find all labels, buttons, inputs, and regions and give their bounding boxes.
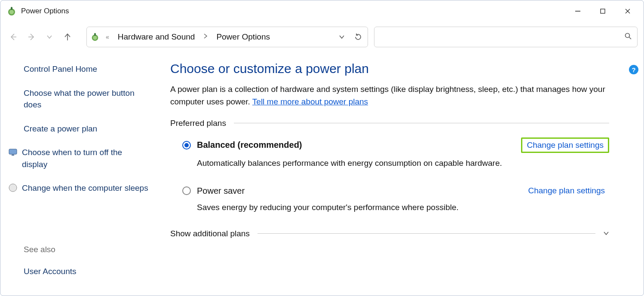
- page-description: A power plan is a collection of hardware…: [170, 83, 609, 108]
- plan-power-saver: Power saver Change plan settings Saves e…: [170, 184, 609, 214]
- sidebar-link-power-button[interactable]: Choose what the power button does: [24, 87, 149, 111]
- sidebar-link-sleep[interactable]: Change when the computer sleeps: [22, 182, 148, 194]
- learn-more-link[interactable]: Tell me more about power plans: [252, 97, 368, 106]
- svg-rect-15: [9, 149, 17, 154]
- chevron-right-icon: [202, 33, 209, 41]
- breadcrumb-hardware-sound[interactable]: Hardware and Sound: [115, 31, 198, 43]
- radio-power-saver[interactable]: [182, 186, 191, 195]
- plan-name-balanced[interactable]: Balanced (recommended): [197, 140, 302, 150]
- search-box[interactable]: [374, 27, 638, 47]
- recent-dropdown[interactable]: [43, 30, 56, 44]
- moon-icon: [8, 183, 18, 192]
- see-also-heading: See also: [24, 245, 149, 254]
- sidebar-link-display-off[interactable]: Choose when to turn off the display: [22, 146, 149, 170]
- svg-rect-11: [94, 33, 96, 36]
- search-icon[interactable]: [624, 32, 632, 42]
- additional-plans-heading[interactable]: Show additional plans: [170, 229, 609, 238]
- title-bar: Power Options: [0, 0, 644, 22]
- minimize-button[interactable]: [565, 3, 590, 20]
- svg-point-17: [9, 184, 17, 192]
- preferred-plans-label: Preferred plans: [170, 119, 226, 128]
- svg-rect-4: [601, 9, 605, 13]
- svg-point-12: [93, 36, 97, 40]
- navigation-row: « Hardware and Sound Power Options: [0, 22, 644, 52]
- sidebar-link-user-accounts[interactable]: User Accounts: [24, 265, 149, 278]
- change-settings-power-saver[interactable]: Change plan settings: [524, 184, 609, 197]
- power-options-icon: [90, 32, 100, 42]
- search-input[interactable]: [380, 33, 624, 42]
- chevron-down-icon[interactable]: [603, 229, 609, 238]
- refresh-icon[interactable]: [352, 31, 364, 43]
- preferred-plans-heading: Preferred plans: [170, 119, 609, 128]
- svg-line-14: [629, 37, 632, 40]
- sidebar-link-create-plan[interactable]: Create a power plan: [24, 123, 149, 135]
- plan-desc-power-saver: Saves energy by reducing your computer's…: [182, 201, 609, 214]
- svg-rect-16: [12, 155, 14, 156]
- plan-balanced: Balanced (recommended) Change plan setti…: [170, 137, 609, 169]
- back-button[interactable]: [6, 30, 20, 44]
- description-text: A power plan is a collection of hardware…: [170, 85, 605, 106]
- breadcrumb-overflow-icon[interactable]: «: [104, 34, 111, 40]
- page-heading: Choose or customize a power plan: [170, 61, 609, 76]
- svg-point-2: [9, 10, 14, 14]
- power-options-icon: [6, 6, 17, 16]
- display-icon: [8, 147, 18, 157]
- radio-balanced[interactable]: [182, 141, 191, 150]
- change-settings-balanced[interactable]: Change plan settings: [521, 137, 609, 153]
- svg-point-13: [626, 34, 630, 38]
- up-button[interactable]: [61, 30, 74, 44]
- plan-name-power-saver[interactable]: Power saver: [197, 186, 245, 196]
- main-content: Choose or customize a power plan A power…: [162, 57, 644, 296]
- svg-rect-1: [11, 7, 12, 10]
- address-dropdown-icon[interactable]: [336, 31, 348, 43]
- plan-desc-balanced: Automatically balances performance with …: [182, 157, 609, 169]
- help-button[interactable]: ?: [629, 65, 638, 74]
- forward-button[interactable]: [25, 30, 38, 44]
- sidebar-link-control-panel-home[interactable]: Control Panel Home: [24, 63, 149, 75]
- additional-plans-label: Show additional plans: [170, 229, 250, 238]
- close-button[interactable]: [615, 3, 640, 20]
- sidebar: Control Panel Home Choose what the power…: [0, 57, 162, 296]
- window-title: Power Options: [21, 7, 69, 15]
- breadcrumb-power-options[interactable]: Power Options: [214, 31, 273, 43]
- maximize-button[interactable]: [590, 3, 615, 20]
- address-bar[interactable]: « Hardware and Sound Power Options: [86, 27, 368, 47]
